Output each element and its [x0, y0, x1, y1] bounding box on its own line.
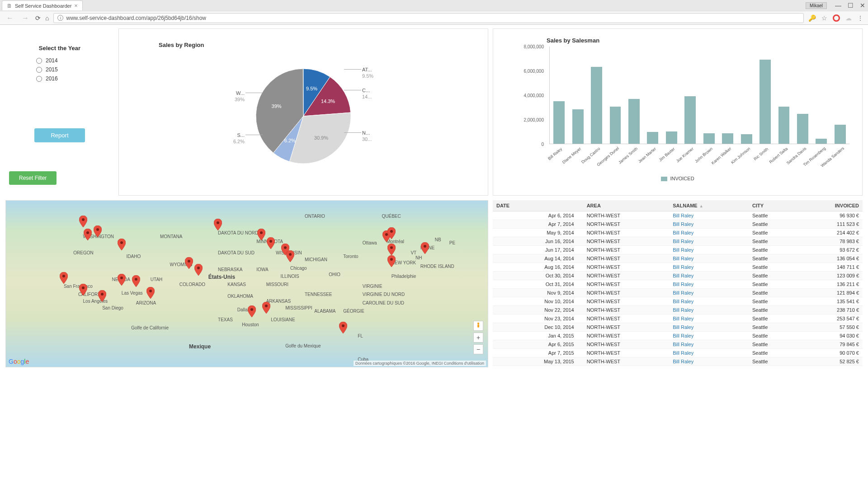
cell-salname[interactable]: Bill Raley — [669, 220, 749, 229]
map-marker-icon[interactable] — [84, 229, 92, 240]
table-row[interactable]: Nov 22, 2014NORTH-WESTBill RaleySeattle2… — [493, 306, 863, 314]
table-row[interactable]: Aug 14, 2014NORTH-WESTBill RaleySeattle1… — [493, 254, 863, 263]
col-date[interactable]: DATE — [493, 200, 583, 211]
cell-salname[interactable]: Bill Raley — [669, 366, 749, 368]
year-radio-input[interactable] — [36, 67, 42, 73]
table-row[interactable]: May 13, 2015NORTH-WESTBill RaleySeattle5… — [493, 357, 863, 366]
bar[interactable] — [684, 96, 696, 144]
reload-icon[interactable]: ⟳ — [35, 14, 41, 22]
bar[interactable] — [778, 107, 790, 144]
minimize-icon[interactable]: ― — [835, 2, 841, 9]
cloud-icon[interactable]: ☁ — [845, 14, 852, 22]
zoom-in-button[interactable]: + — [473, 333, 483, 343]
pegman-icon[interactable] — [473, 321, 483, 331]
home-icon[interactable]: ⌂ — [45, 14, 49, 22]
opera-icon[interactable] — [833, 14, 840, 22]
map-marker-icon[interactable] — [98, 290, 106, 302]
table-row[interactable]: Oct 31, 2014NORTH-WESTBill RaleySeattle1… — [493, 280, 863, 289]
bar[interactable] — [741, 134, 752, 144]
year-radio-2015[interactable]: 2015 — [9, 65, 110, 74]
map-panel[interactable]: ONTARIOQUÉBECWASHINGTONMONTANADAKOTA DU … — [5, 200, 488, 367]
table-row[interactable]: Apr 7, 2015NORTH-WESTBill RaleySeattle90… — [493, 349, 863, 357]
map-marker-icon[interactable] — [421, 242, 429, 254]
bar[interactable] — [835, 125, 846, 144]
bar[interactable] — [722, 133, 733, 144]
year-radio-input[interactable] — [36, 58, 42, 64]
year-radio-input[interactable] — [36, 76, 42, 82]
table-row[interactable]: Apr 7, 2014NORTH-WESTBill RaleySeattle11… — [493, 220, 863, 229]
back-icon[interactable]: ← — [5, 14, 15, 22]
maximize-icon[interactable]: ☐ — [848, 2, 854, 9]
cell-salname[interactable]: Bill Raley — [669, 349, 749, 357]
url-input[interactable]: i www.self-service-dashboard.com/app/26j… — [53, 13, 804, 23]
map-marker-icon[interactable] — [248, 305, 256, 317]
pie-chart[interactable]: 9.5%14.3%30.9%6.2%39%AT...9.5%C...14...N… — [123, 53, 484, 179]
map-marker-icon[interactable] — [194, 264, 203, 276]
map-marker-icon[interactable] — [339, 322, 347, 333]
map-marker-icon[interactable] — [118, 239, 126, 250]
cell-salname[interactable]: Bill Raley — [669, 272, 749, 280]
cell-salname[interactable]: Bill Raley — [669, 297, 749, 306]
map-marker-icon[interactable] — [267, 237, 275, 249]
col-area[interactable]: AREA — [583, 200, 670, 211]
table-row[interactable]: Jun 17, 2014NORTH-WESTBill RaleySeattle9… — [493, 246, 863, 254]
forward-icon[interactable]: → — [20, 14, 31, 22]
map-marker-icon[interactable] — [257, 229, 265, 240]
cell-salname[interactable]: Bill Raley — [669, 229, 749, 237]
map-marker-icon[interactable] — [132, 275, 140, 287]
map-marker-icon[interactable] — [387, 255, 396, 267]
bar[interactable] — [797, 114, 808, 144]
col-invoiced[interactable]: INVOICED — [797, 200, 863, 211]
table-row[interactable]: Nov 23, 2014NORTH-WESTBill RaleySeattle2… — [493, 314, 863, 323]
map-marker-icon[interactable] — [286, 250, 294, 262]
reset-filter-button[interactable]: Reset Filter — [9, 171, 57, 185]
bar[interactable] — [553, 101, 565, 144]
map-marker-icon[interactable] — [214, 219, 222, 230]
map-marker-icon[interactable] — [387, 244, 396, 255]
cell-salname[interactable]: Bill Raley — [669, 237, 749, 246]
bar[interactable] — [760, 60, 771, 144]
close-tab-icon[interactable]: × — [74, 2, 78, 9]
site-info-icon[interactable]: i — [57, 15, 63, 21]
table-row[interactable]: Jan 4, 2015NORTH-WESTBill RaleySeattle94… — [493, 332, 863, 340]
cell-salname[interactable]: Bill Raley — [669, 254, 749, 263]
map-marker-icon[interactable] — [94, 225, 102, 237]
map-marker-icon[interactable] — [118, 274, 126, 286]
report-button[interactable]: Report — [34, 128, 85, 142]
key-icon[interactable]: 🔑 — [808, 14, 816, 22]
map-marker-icon[interactable] — [79, 216, 87, 227]
bar[interactable] — [647, 132, 658, 144]
cell-salname[interactable]: Bill Raley — [669, 332, 749, 340]
bar[interactable] — [591, 67, 602, 144]
map-marker-icon[interactable] — [146, 287, 155, 299]
table-row[interactable]: Apr 6, 2015NORTH-WESTBill RaleySeattle79… — [493, 340, 863, 349]
browser-tab[interactable]: 🗎 Self Service Dashboarder × — [2, 0, 83, 10]
bar[interactable] — [610, 107, 621, 144]
table-row[interactable]: Dec 10, 2014NORTH-WESTBill RaleySeattle5… — [493, 323, 863, 332]
table-row[interactable]: May 9, 2014NORTH-WESTBill RaleySeattle21… — [493, 229, 863, 237]
table-row[interactable]: Nov 9, 2014NORTH-WESTBill RaleySeattle12… — [493, 289, 863, 297]
bar[interactable] — [628, 99, 640, 144]
cell-salname[interactable]: Bill Raley — [669, 246, 749, 254]
cell-salname[interactable]: Bill Raley — [669, 289, 749, 297]
col-city[interactable]: CITY — [749, 200, 797, 211]
cell-salname[interactable]: Bill Raley — [669, 323, 749, 332]
bar[interactable] — [572, 109, 584, 144]
cell-salname[interactable]: Bill Raley — [669, 280, 749, 289]
table-row[interactable]: Jun 16, 2014NORTH-WESTBill RaleySeattle7… — [493, 237, 863, 246]
map-marker-icon[interactable] — [387, 227, 396, 239]
cell-salname[interactable]: Bill Raley — [669, 263, 749, 272]
year-radio-2014[interactable]: 2014 — [9, 56, 110, 65]
table-row[interactable]: Aug 16, 2014NORTH-WESTBill RaleySeattle1… — [493, 263, 863, 272]
table-row[interactable]: May 14, 2015NORTH-WESTBill RaleySeattle6… — [493, 366, 863, 368]
cell-salname[interactable]: Bill Raley — [669, 340, 749, 349]
star-icon[interactable]: ☆ — [821, 14, 827, 22]
map-marker-icon[interactable] — [185, 257, 193, 269]
map-marker-icon[interactable] — [79, 284, 87, 296]
cell-salname[interactable]: Bill Raley — [669, 306, 749, 314]
map-marker-icon[interactable] — [60, 272, 68, 284]
bar-chart[interactable]: 02,000,0004,000,0006,000,0008,000,000 Bi… — [524, 47, 849, 155]
bar[interactable] — [703, 133, 715, 144]
cell-salname[interactable]: Bill Raley — [669, 314, 749, 323]
map-canvas[interactable]: ONTARIOQUÉBECWASHINGTONMONTANADAKOTA DU … — [6, 201, 488, 367]
